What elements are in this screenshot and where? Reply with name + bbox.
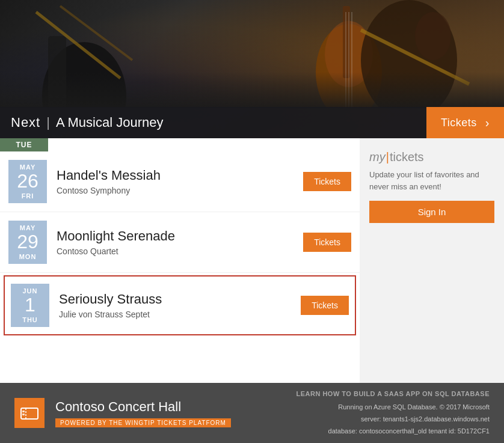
my-tickets-title: my | tickets bbox=[369, 150, 494, 164]
event-item: MAY 26 FRI Handel's Messiah Contoso Symp… bbox=[0, 151, 360, 212]
event-info: Seriously Strauss Julie von Strauss Sept… bbox=[59, 292, 291, 319]
event-day: 29 bbox=[17, 231, 38, 252]
ticket-icon bbox=[20, 403, 39, 423]
events-list[interactable]: MAY 26 FRI Handel's Messiah Contoso Symp… bbox=[0, 151, 360, 383]
footer-line3: database: contosoconcerthall_old tenant … bbox=[328, 427, 490, 435]
sidebar-pipe-icon: | bbox=[386, 150, 389, 164]
hero-bar: Next | A Musical Journey Tickets › bbox=[0, 107, 504, 138]
event-name: Moonlight Serenade bbox=[57, 228, 293, 244]
sidebar: my | tickets Update your list of favorit… bbox=[360, 138, 504, 383]
event-performer: Contoso Symphony bbox=[57, 186, 293, 195]
footer-line1: Running on Azure SQL Database. © 2017 Mi… bbox=[338, 403, 490, 411]
event-date-box: MAY 26 FRI bbox=[8, 160, 47, 203]
footer: Contoso Concert Hall POWERED BY THE WING… bbox=[0, 383, 504, 443]
svg-rect-17 bbox=[22, 414, 25, 415]
event-name: Seriously Strauss bbox=[59, 292, 291, 307]
footer-right: LEARN HOW TO BUILD A SAAS APP ON SQL DAT… bbox=[296, 388, 490, 437]
tickets-label: tickets bbox=[390, 150, 424, 164]
event-weekday: THU bbox=[22, 316, 38, 323]
event-day: 1 bbox=[25, 295, 35, 316]
event-item-selected: JUN 1 THU Seriously Strauss Julie von St… bbox=[4, 275, 356, 335]
svg-point-11 bbox=[415, 12, 451, 60]
hero-subtitle-label: A Musical Journey bbox=[56, 115, 164, 130]
event-weekday: FRI bbox=[22, 192, 34, 200]
event-weekday: MON bbox=[19, 253, 37, 260]
footer-left: Contoso Concert Hall POWERED BY THE WING… bbox=[14, 398, 231, 428]
hero-title-divider: | bbox=[46, 115, 50, 130]
event-name: Handel's Messiah bbox=[57, 168, 293, 183]
event-tickets-button[interactable]: Tickets bbox=[301, 296, 349, 315]
sidebar-description: Update your list of favorites and never … bbox=[369, 169, 494, 192]
footer-brand-info: Contoso Concert Hall POWERED BY THE WING… bbox=[55, 399, 231, 427]
events-column: TUE MAY 26 FRI Handel's Messiah Contoso … bbox=[0, 138, 360, 383]
event-performer: Contoso Quartet bbox=[57, 246, 293, 256]
main-area: TUE MAY 26 FRI Handel's Messiah Contoso … bbox=[0, 138, 504, 383]
svg-rect-16 bbox=[22, 411, 25, 412]
my-label: my bbox=[369, 150, 386, 164]
footer-logo-icon bbox=[14, 398, 45, 428]
svg-rect-13 bbox=[0, 72, 504, 108]
footer-saas-title: LEARN HOW TO BUILD A SAAS APP ON SQL DAT… bbox=[296, 388, 490, 400]
day-bar: TUE bbox=[0, 138, 48, 151]
event-tickets-button[interactable]: Tickets bbox=[303, 233, 351, 252]
hero-tickets-arrow-icon: › bbox=[485, 116, 490, 130]
hero-section: Next | A Musical Journey Tickets › bbox=[0, 0, 504, 138]
footer-powered-label: POWERED BY THE WINGTIP TICKETS PLATFORM bbox=[55, 418, 231, 427]
footer-brand-name: Contoso Concert Hall bbox=[55, 399, 231, 415]
hero-illustration bbox=[0, 0, 504, 108]
events-scroll-container: MAY 26 FRI Handel's Messiah Contoso Symp… bbox=[0, 151, 360, 383]
hero-tickets-button[interactable]: Tickets › bbox=[426, 107, 504, 138]
hero-next-label: Next bbox=[11, 115, 40, 130]
event-item: MAY 29 MON Moonlight Serenade Contoso Qu… bbox=[0, 212, 360, 273]
footer-line2: server: tenants1-sjs2.database.windows.n… bbox=[361, 415, 490, 423]
event-info: Handel's Messiah Contoso Symphony bbox=[57, 168, 293, 195]
event-tickets-button[interactable]: Tickets bbox=[303, 172, 351, 191]
signin-button[interactable]: Sign In bbox=[369, 201, 494, 223]
hero-tickets-label: Tickets bbox=[441, 117, 477, 129]
event-info: Moonlight Serenade Contoso Quartet bbox=[57, 228, 293, 256]
hero-title-group: Next | A Musical Journey bbox=[0, 115, 164, 130]
event-date-box: JUN 1 THU bbox=[11, 284, 49, 327]
event-performer: Julie von Strauss Septet bbox=[59, 310, 291, 319]
event-day: 26 bbox=[17, 171, 38, 192]
event-date-box: MAY 29 MON bbox=[8, 221, 47, 264]
